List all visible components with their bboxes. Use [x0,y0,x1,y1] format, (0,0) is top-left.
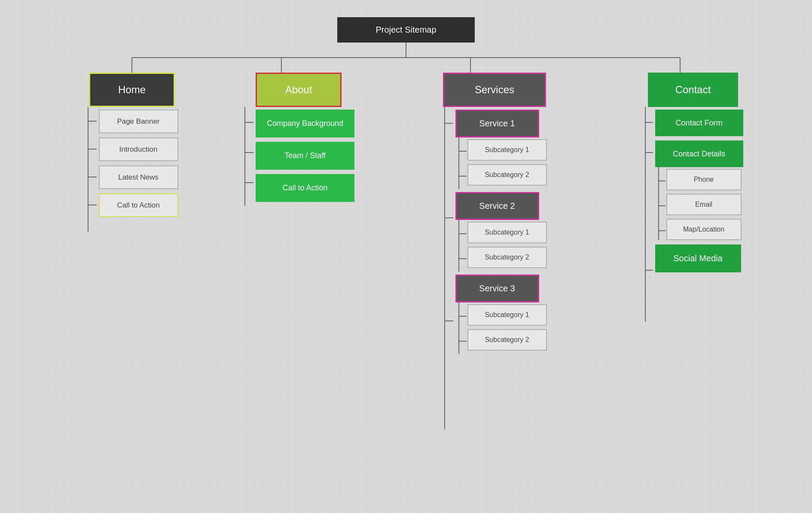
service1-sub1-label: Subcategory 1 [485,146,529,154]
home-children-wrapper: Page Banner Introduction Latest News Cal… [86,107,178,217]
service3-sub1-node[interactable]: Subcategory 1 [467,304,547,326]
service3-group: Service 3 Subcategory 1 [455,275,547,351]
service1-sub2-label: Subcategory 2 [485,171,529,179]
service1-label: Service 1 [479,119,515,128]
service3-node[interactable]: Service 3 [455,275,539,302]
service3-sub-wrapper: Subcategory 1 Subcategory 2 [455,302,547,351]
root-node: Project Sitemap [337,17,475,43]
team-staff-node[interactable]: Team / Staff [256,142,354,170]
contact-details-label: Contact Details [673,150,725,159]
social-media-label: Social Media [673,253,723,263]
map-location-label: Map/Location [683,226,724,233]
latest-news-node[interactable]: Latest News [99,165,178,189]
contact-details-sub-wrapper: Phone Email Map/Location [655,167,743,240]
contact-children-wrapper: Contact Form Contact Details [643,107,743,272]
home-branch: Home Page Banner I [41,73,223,217]
introduction-node[interactable]: Introduction [99,137,178,161]
service2-sub1-label: Subcategory 1 [485,229,529,236]
home-node[interactable]: Home [89,73,175,107]
branches-row: Home Page Banner I [41,73,771,357]
contact-node[interactable]: Contact [648,73,738,107]
introduction-label: Introduction [119,145,158,154]
social-media-node[interactable]: Social Media [655,244,741,272]
company-background-node[interactable]: Company Background [256,110,354,137]
service2-group: Service 2 Subcategory 1 [455,192,547,268]
contact-label: Contact [675,84,711,96]
service3-sub2-node[interactable]: Subcategory 2 [467,329,547,351]
service3-sub2-label: Subcategory 2 [485,336,529,344]
root-connectors-svg [41,43,771,73]
home-label: Home [118,84,146,96]
service3-sub1-label: Subcategory 1 [485,311,529,319]
about-cta-label: Call to Action [282,183,327,192]
service2-node[interactable]: Service 2 [455,192,539,220]
service3-label: Service 3 [479,284,515,293]
service1-subcategories: Subcategory 1 Subcategory 2 [467,137,547,186]
about-node[interactable]: About [256,73,342,107]
services-node[interactable]: Services [443,73,546,107]
services-children-wrapper: Service 1 Subcategory 1 [443,107,547,357]
about-children-wrapper: Company Background Team / Staff Call to … [243,107,354,202]
contact-form-node[interactable]: Contact Form [655,110,743,136]
service1-sub-wrapper: Subcategory 1 Subcategory 2 [455,137,547,186]
service2-sub2-label: Subcategory 2 [485,253,529,261]
top-section: Project Sitemap [337,17,475,43]
about-children-list: Company Background Team / Staff Call to … [256,107,354,202]
services-label: Services [475,84,514,96]
about-label: About [285,84,312,96]
page-banner-label: Page Banner [117,117,159,126]
about-cta-node[interactable]: Call to Action [256,174,354,202]
contact-details-group: Contact Details Phone [655,140,743,240]
service1-node[interactable]: Service 1 [455,110,539,137]
contact-branch: Contact Contact Form [615,73,771,272]
company-background-label: Company Background [267,119,343,128]
contact-details-sub-list: Phone Email Map/Location [666,167,743,240]
service3-subcategories: Subcategory 1 Subcategory 2 [467,302,547,351]
email-node[interactable]: Email [666,194,742,215]
phone-node[interactable]: Phone [666,169,742,190]
service1-group: Service 1 Subcategory 1 [455,110,547,186]
home-cta-label: Call to Action [117,201,159,210]
page-banner-node[interactable]: Page Banner [99,110,178,133]
service2-label: Service 2 [479,201,515,211]
team-staff-label: Team / Staff [284,151,326,160]
service2-sub-wrapper: Subcategory 1 Subcategory 2 [455,220,547,268]
services-branch: Services Servi [374,73,615,357]
home-cta-node[interactable]: Call to Action [99,193,178,217]
phone-label: Phone [694,176,714,183]
service1-sub1-node[interactable]: Subcategory 1 [467,139,547,161]
service2-sub1-node[interactable]: Subcategory 1 [467,222,547,243]
service1-sub2-node[interactable]: Subcategory 2 [467,164,547,186]
service2-sub2-node[interactable]: Subcategory 2 [467,247,547,268]
contact-form-label: Contact Form [675,119,722,128]
services-children-list: Service 1 Subcategory 1 [455,107,547,357]
latest-news-label: Latest News [118,173,159,182]
home-children-list: Page Banner Introduction Latest News Cal… [99,107,178,217]
service2-subcategories: Subcategory 1 Subcategory 2 [467,220,547,268]
about-branch: About Company Background Team / Staf [223,73,374,202]
root-label: Project Sitemap [375,25,436,35]
sitemap-container: Project Sitemap Home [0,0,812,374]
map-location-node[interactable]: Map/Location [666,219,742,240]
email-label: Email [695,201,712,208]
contact-children-list: Contact Form Contact Details [655,107,743,272]
contact-details-node[interactable]: Contact Details [655,140,743,167]
